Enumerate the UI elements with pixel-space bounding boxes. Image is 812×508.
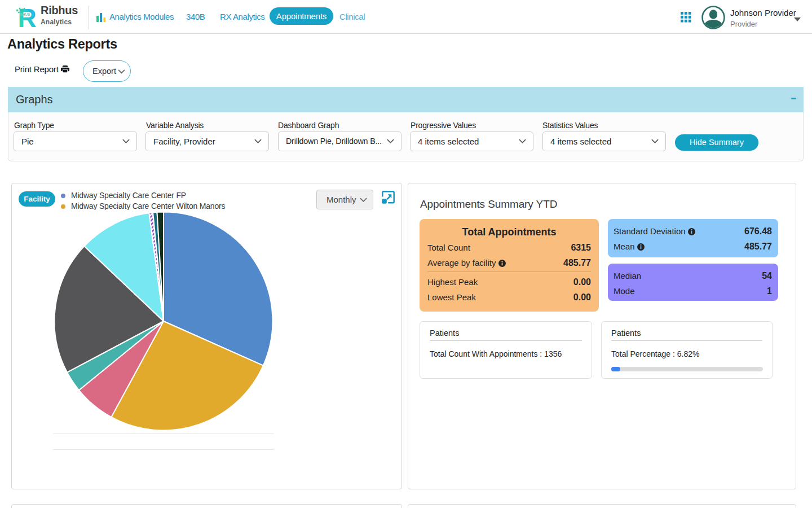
svg-text:BHUS: BHUS (20, 12, 30, 16)
svg-text:R: R (18, 6, 37, 28)
